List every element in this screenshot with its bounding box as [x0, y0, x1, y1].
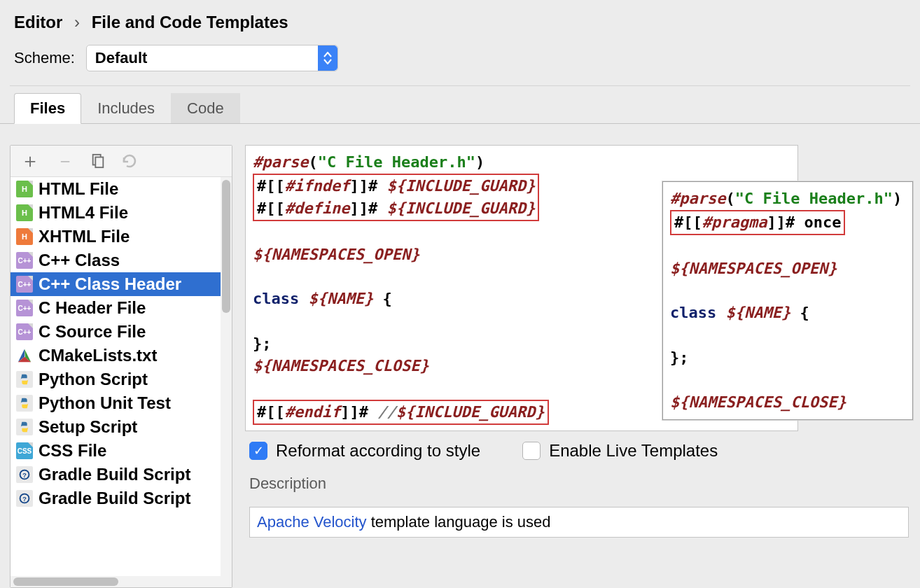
revert-button	[121, 153, 138, 169]
file-types-toolbar: ＋ －	[11, 146, 232, 177]
breadcrumb: Editor › File and Code Templates	[0, 0, 920, 39]
options-row: ✓ Reformat according to style Enable Liv…	[245, 441, 913, 461]
list-item[interactable]: HXHTML File	[11, 225, 232, 248]
list-item[interactable]: Python Unit Test	[11, 391, 232, 415]
list-item-label: Python Script	[39, 370, 148, 389]
description-heading: Description	[245, 475, 913, 493]
scheme-stepper-icon	[318, 46, 337, 71]
cpp-file-icon: C++	[16, 300, 33, 316]
list-item-label: Setup Script	[39, 417, 137, 437]
h4-file-icon: H	[16, 204, 33, 221]
guard-block-highlight: #[[#ifndef]]# ${INCLUDE_GUARD} #[[#defin…	[253, 174, 539, 221]
tab-includes[interactable]: Includes	[81, 93, 171, 123]
tok-ns-open: ${NAMESPACES_OPEN}	[253, 246, 419, 263]
list-item-label: C Source File	[39, 322, 146, 342]
svg-text:?: ?	[22, 496, 27, 503]
py-file-icon	[16, 419, 33, 435]
list-item-label: HTML File	[39, 179, 118, 199]
list-item-label: CMakeLists.txt	[39, 346, 157, 365]
svg-text:?: ?	[22, 472, 27, 479]
scheme-select[interactable]: Default	[86, 45, 338, 71]
breadcrumb-current: File and Code Templates	[92, 13, 288, 31]
file-types-panel: ＋ － HHTML FileHHTML4 FileHXHTML FileC++C…	[10, 145, 232, 588]
cpp-file-icon: C++	[16, 276, 33, 293]
scheme-row: Scheme: Default	[0, 39, 920, 85]
description-tail: template language is used	[367, 513, 551, 531]
reformat-checkbox-label: Reformat according to style	[276, 441, 480, 461]
description-box: Apache Velocity template language is use…	[249, 507, 909, 538]
xh-file-icon: H	[16, 228, 33, 245]
endif-highlight: #[[#endif]]# //${INCLUDE_GUARD}	[253, 400, 549, 425]
tok-parse-arg: "C File Header.h"	[318, 153, 475, 171]
gr-file-icon: ?	[16, 490, 33, 507]
gr-file-icon: ?	[16, 466, 33, 483]
live-templates-checkbox-label: Enable Live Templates	[549, 441, 718, 461]
list-item-label: Gradle Build Script	[39, 465, 190, 484]
tok-ns-close: ${NAMESPACES_CLOSE}	[253, 357, 429, 374]
divider	[10, 85, 910, 86]
velocity-link[interactable]: Apache Velocity	[257, 513, 367, 531]
list-item[interactable]: C++C++ Class Header	[11, 272, 232, 296]
list-item-label: Gradle Build Script	[39, 489, 190, 508]
tok-parse: #parse	[253, 153, 308, 171]
template-kind-tabs: Files Includes Code	[0, 93, 920, 124]
template-editor-row: #parse("C File Header.h") #[[#ifndef]]# …	[245, 145, 913, 431]
tab-code[interactable]: Code	[171, 93, 240, 123]
list-item[interactable]: C++C Source File	[11, 320, 232, 344]
live-templates-checkbox[interactable]: Enable Live Templates	[522, 441, 718, 461]
add-button[interactable]: ＋	[20, 151, 40, 171]
list-item-label: XHTML File	[39, 227, 130, 246]
horizontal-scrollbar[interactable]	[11, 576, 232, 587]
list-item[interactable]: HHTML File	[11, 177, 232, 201]
remove-button: －	[55, 151, 75, 171]
breadcrumb-parent[interactable]: Editor	[14, 13, 62, 31]
list-item[interactable]: ?Gradle Build Script	[11, 463, 232, 486]
tab-files[interactable]: Files	[14, 93, 81, 124]
live-templates-checkbox-box	[522, 442, 541, 460]
svg-rect-1	[95, 158, 103, 168]
template-preview: #parse("C File Header.h") #[[#pragma]]# …	[662, 181, 913, 420]
list-item[interactable]: Python Script	[11, 368, 232, 391]
list-item-label: HTML4 File	[39, 203, 128, 223]
list-item-label: C++ Class	[39, 251, 120, 270]
reformat-checkbox[interactable]: ✓ Reformat according to style	[249, 441, 480, 461]
py-file-icon	[16, 371, 33, 388]
list-item-label: Python Unit Test	[39, 393, 171, 413]
list-item[interactable]: HHTML4 File	[11, 201, 232, 225]
h-file-icon: H	[16, 181, 33, 197]
pragma-highlight: #[[#pragma]]# once	[670, 210, 845, 235]
list-item[interactable]: Setup Script	[11, 415, 232, 439]
list-item[interactable]: CMakeLists.txt	[11, 344, 232, 368]
vertical-scrollbar[interactable]	[221, 177, 232, 576]
scheme-label: Scheme:	[14, 49, 75, 67]
css-file-icon: CSS	[16, 442, 33, 459]
list-item[interactable]: ?Gradle Build Script	[11, 486, 232, 510]
list-item[interactable]: C++C++ Class	[11, 248, 232, 272]
scheme-value: Default	[95, 49, 148, 67]
file-types-list[interactable]: HHTML FileHHTML4 FileHXHTML FileC++C++ C…	[11, 177, 232, 587]
cpp-file-icon: C++	[16, 323, 33, 340]
list-item[interactable]: CSSCSS File	[11, 439, 232, 463]
list-item[interactable]: C++C Header File	[11, 296, 232, 320]
cmake-file-icon	[16, 347, 33, 364]
reformat-checkbox-box: ✓	[249, 442, 267, 460]
list-item-label: CSS File	[39, 441, 106, 461]
list-item-label: C++ Class Header	[39, 274, 181, 294]
py-file-icon	[16, 395, 33, 412]
list-item-label: C Header File	[39, 298, 146, 318]
copy-button[interactable]	[90, 153, 106, 169]
cpp-file-icon: C++	[16, 252, 33, 269]
breadcrumb-separator: ›	[67, 13, 87, 31]
